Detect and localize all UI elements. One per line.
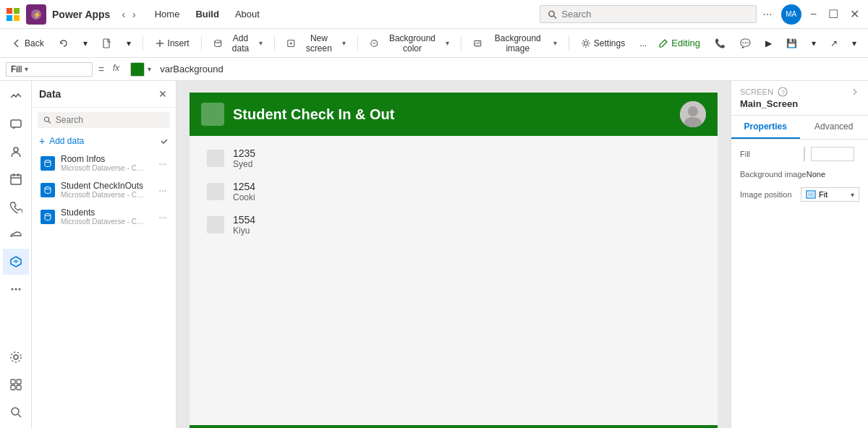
sidebar-item-calls[interactable] [3, 194, 29, 220]
img-pos-select[interactable]: Fit ▾ [801, 187, 859, 202]
sidebar-item-more[interactable] [3, 276, 29, 302]
data-item-more-checkInOuts[interactable]: ··· [158, 184, 167, 196]
settings-btn[interactable]: Settings [575, 35, 631, 51]
more-options-btn[interactable]: ··· [760, 5, 775, 24]
svg-text:fx: fx [113, 63, 120, 73]
sidebar-item-admin[interactable] [3, 344, 29, 370]
tab-properties[interactable]: Properties [731, 116, 800, 139]
data-item-content-roominfos: Room Infos Microsoft Dataverse - Current… [61, 154, 153, 172]
sidebar-item-chat[interactable] [3, 111, 29, 137]
undo-dropdown[interactable]: ▾ [77, 35, 93, 51]
tab-advanced[interactable]: Advanced [800, 116, 869, 139]
screen-label-text: SCREEN [740, 87, 773, 96]
data-item-more-students[interactable]: ··· [158, 211, 167, 223]
restore-btn[interactable]: ☐ [825, 4, 841, 24]
svg-line-37 [18, 414, 21, 417]
fill-swatch[interactable] [804, 147, 805, 161]
data-item-checkInOuts[interactable]: Student CheckInOuts Microsoft Dataverse … [33, 176, 174, 203]
search-input[interactable] [561, 9, 749, 20]
back-icon [12, 38, 22, 48]
nav-build[interactable]: Build [188, 6, 226, 22]
forward-nav-btn[interactable]: › [129, 6, 139, 23]
bg-color-label: Background color [382, 33, 443, 54]
fit-icon [806, 190, 816, 199]
data-panel-close-btn[interactable]: ✕ [157, 87, 169, 101]
sidebar-item-apps[interactable] [3, 372, 29, 398]
app-canvas[interactable]: Student Check In & Out 1235 Syed 1254 [190, 93, 718, 428]
list-item-icon-1 [207, 183, 224, 200]
img-pos-row: Image position Fit ▾ [740, 187, 859, 202]
list-item-1[interactable]: 1254 Cooki [190, 175, 718, 208]
phone-btn[interactable]: 📞 [709, 35, 731, 51]
fill-input[interactable] [811, 147, 854, 161]
sidebar-item-powerapps[interactable] [3, 249, 29, 275]
play-btn[interactable]: ▶ [760, 35, 778, 51]
back-button[interactable]: Back [6, 35, 50, 51]
sidebar-item-search[interactable] [3, 399, 29, 425]
undo-btn[interactable] [53, 35, 75, 51]
toolbar-right: 📞 💬 ▶ 💾 ▾ ↗ ▾ [709, 35, 862, 51]
formula-dropdown[interactable]: Fill ▾ [6, 62, 93, 77]
comment-btn[interactable]: 💬 [734, 35, 757, 51]
help-icon[interactable]: ? [778, 87, 788, 97]
more-toolbar-label: ... [639, 38, 647, 48]
list-item-0[interactable]: 1235 Syed [190, 142, 718, 175]
data-add-row-btn[interactable]: + Add data [32, 132, 176, 150]
data-search-box[interactable] [38, 112, 170, 128]
list-item-content-1: 1254 Cooki [233, 181, 255, 202]
back-label: Back [25, 38, 44, 48]
bg-image-value: None [807, 170, 859, 179]
close-btn[interactable]: ✕ [847, 4, 862, 24]
canvas-list: 1235 Syed 1254 Cooki 1554 Kiyu [190, 136, 718, 247]
back-nav-btn[interactable]: ‹ [119, 6, 128, 23]
insert-icon [155, 38, 165, 48]
right-panel-content: Fill Background image None Image positio… [731, 140, 868, 209]
sidebar-item-calendar[interactable] [3, 166, 29, 192]
svg-line-39 [48, 121, 51, 124]
data-item-roominfos[interactable]: Room Infos Microsoft Dataverse - Current… [33, 150, 174, 176]
bg-color-btn[interactable]: Background color ▾ [364, 30, 455, 56]
sidebar-item-onedrive[interactable] [3, 221, 29, 247]
share-btn[interactable]: ↗ [825, 35, 843, 51]
new-screen-chevron: ▾ [342, 39, 346, 47]
sidebar-item-teams[interactable] [3, 139, 29, 165]
avatar[interactable]: MA [781, 4, 801, 25]
save-btn[interactable]: 💾 [780, 35, 803, 51]
data-add-icon: + [39, 135, 45, 147]
edit-icon [658, 38, 668, 48]
nav-about[interactable]: About [228, 6, 267, 22]
save-dropdown[interactable]: ▾ [806, 35, 822, 51]
file-btn[interactable] [96, 35, 118, 51]
svg-rect-8 [103, 39, 109, 48]
new-screen-btn[interactable]: New screen ▾ [281, 30, 352, 56]
svg-rect-3 [14, 15, 20, 21]
add-data-btn[interactable]: Add data ▾ [208, 30, 268, 56]
search-icon [548, 9, 557, 20]
expand-btn[interactable]: ▾ [846, 35, 862, 51]
formula-input[interactable] [160, 64, 862, 74]
bg-image-btn[interactable]: Background image ▾ [467, 30, 563, 56]
data-search-input[interactable] [56, 115, 164, 125]
more-toolbar-btn[interactable]: ... [634, 35, 652, 51]
minimize-btn[interactable]: − [807, 5, 820, 24]
file-dropdown[interactable]: ▾ [121, 35, 137, 51]
formula-eq-symbol: = [95, 64, 107, 75]
right-panel: SCREEN ? Main_Screen Properties Advanced… [731, 81, 868, 428]
data-item-students[interactable]: Students Microsoft Dataverse - Current e… [33, 203, 174, 230]
list-item-2[interactable]: 1554 Kiyu [190, 208, 718, 241]
power-apps-icon: ⚡ [26, 4, 46, 25]
insert-btn[interactable]: Insert [149, 35, 195, 51]
sidebar-item-activity[interactable] [3, 84, 29, 110]
formula-fx-symbol: fx [110, 63, 127, 75]
nav-home[interactable]: Home [148, 6, 187, 22]
expand-right-icon[interactable] [851, 87, 859, 96]
app-name: Power Apps [52, 9, 110, 20]
formula-color-swatch[interactable] [130, 62, 145, 77]
list-item-icon-0 [207, 150, 224, 167]
search-box[interactable] [540, 5, 757, 23]
data-item-more-roominfos[interactable]: ··· [158, 158, 167, 169]
undo-icon [59, 38, 69, 48]
formula-color-chevron[interactable]: ▾ [148, 65, 151, 73]
svg-rect-51 [808, 192, 814, 197]
svg-rect-34 [11, 385, 15, 390]
